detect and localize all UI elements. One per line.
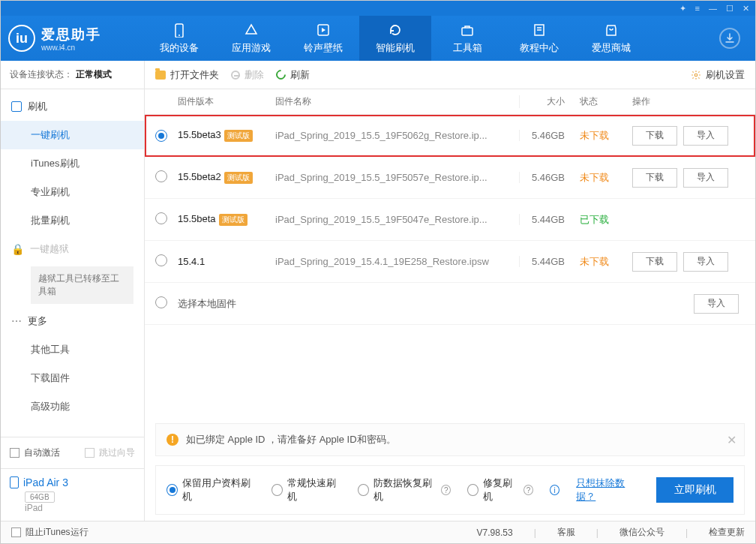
sidebar-item[interactable]: 批量刷机 [1,206,144,235]
import-button[interactable]: 导入 [683,252,728,272]
device-storage: 64GB [25,491,55,503]
sidebar-item[interactable]: 专业刷机 [1,178,144,206]
th-version: 固件版本 [178,95,275,108]
opt-anti-recovery[interactable]: 防数据恢复刷机 ? [358,476,451,503]
firmware-size: 5.46GB [520,130,580,141]
import-button[interactable]: 导入 [683,126,728,146]
settings-icon[interactable]: ✦ [680,4,686,14]
opt-normal-flash[interactable]: 常规快速刷机 [272,476,341,503]
brand-name: 爱思助手 [41,26,101,44]
alert-text: 如已绑定 Apple ID ，请准备好 Apple ID和密码。 [186,433,396,446]
delete-button[interactable]: 删除 [231,68,264,82]
menu-icon[interactable]: ≡ [695,4,700,13]
download-manager-icon[interactable] [719,28,740,49]
refresh-icon [387,22,404,38]
firmware-row[interactable]: 15.5beta3测试版iPad_Spring_2019_15.5_19F506… [145,115,755,157]
sidebar-item[interactable]: iTunes刷机 [1,149,144,178]
open-folder-button[interactable]: 打开文件夹 [155,68,219,82]
sidebar-item[interactable]: 下载固件 [1,364,144,392]
flash-settings-button[interactable]: 刷机设置 [691,68,745,82]
apps-icon [243,22,260,38]
flash-icon [11,101,22,112]
nav-refresh[interactable]: 智能刷机 [359,16,431,61]
check-update-link[interactable]: 检查更新 [709,526,745,539]
sidebar-item[interactable]: 一键刷机 [1,121,144,149]
import-button[interactable]: 导入 [683,168,728,188]
close-icon[interactable]: ✕ [742,4,749,14]
version-text: 15.5beta3 [178,129,221,140]
radio-icon [272,484,283,496]
select-local-firmware-row[interactable]: 选择本地固件 导入 [145,283,755,325]
erase-data-link[interactable]: 只想抹除数据？ [576,476,640,503]
minimize-icon[interactable]: — [709,4,717,13]
flash-options: 保留用户资料刷机 常规快速刷机 防数据恢复刷机 ? 修复刷机 ? i 只想抹除数… [155,465,745,515]
auto-activate-checkbox[interactable]: 自动激活 跳过向导 [10,446,135,459]
window-controls: ✦ ≡ — ☐ ✕ [1,1,755,16]
firmware-size: 5.44GB [520,256,580,267]
nav-apps[interactable]: 应用游戏 [215,16,287,61]
stop-itunes-checkbox[interactable]: 阻止iTunes运行 [11,526,88,539]
book-icon [531,22,548,38]
skip-guide-checkbox[interactable]: 跳过向导 [99,446,135,459]
help-icon[interactable]: ? [441,485,451,495]
device-type: iPad [25,503,135,513]
radio-icon[interactable] [155,170,167,182]
firmware-row[interactable]: 15.5beta2测试版iPad_Spring_2019_15.5_19F505… [145,157,755,199]
local-firmware-label: 选择本地固件 [178,298,236,309]
radio-icon[interactable] [155,254,167,266]
nav-phone[interactable]: 我的设备 [143,16,215,61]
logo-icon: iu [8,25,35,52]
th-name: 固件名称 [275,95,520,108]
nav-book[interactable]: 教程中心 [503,16,575,61]
alert-close-icon[interactable]: ✕ [727,433,736,447]
radio-icon[interactable] [155,130,167,142]
firmware-name: iPad_Spring_2019_15.5_19F5062g_Restore.i… [275,130,520,141]
sidebar-item[interactable]: 高级功能 [1,392,144,421]
sidebar-group-flash[interactable]: 刷机 [1,92,144,121]
firmware-status: 未下载 [580,129,632,143]
radio-icon[interactable] [155,296,167,308]
import-button[interactable]: 导入 [694,294,739,314]
sidebar-list: 刷机 一键刷机iTunes刷机专业刷机批量刷机 🔒 一键越狱 越狱工具已转移至工… [1,89,144,437]
firmware-name: iPad_Spring_2019_15.4.1_19E258_Restore.i… [275,256,520,267]
wechat-link[interactable]: 微信公众号 [620,526,664,539]
toolbox-icon [459,22,476,38]
beta-badge: 测试版 [224,172,253,184]
nav-shop[interactable]: 爱思商城 [575,16,647,61]
download-button[interactable]: 下载 [632,252,677,272]
main-content: 打开文件夹 删除 刷新 刷机设置 固件版本 固件名称 大小 状态 操作 15.5… [145,61,755,521]
radio-icon [166,484,178,496]
help-icon[interactable]: ? [524,485,533,495]
version-text: 15.5beta2 [178,171,221,182]
nav-music[interactable]: 铃声壁纸 [287,16,359,61]
refresh-button[interactable]: 刷新 [276,68,310,82]
radio-icon[interactable] [155,212,167,224]
logo: iu 爱思助手 www.i4.cn [8,25,143,52]
download-button[interactable]: 下载 [632,126,677,146]
sidebar-item[interactable]: 其他工具 [1,335,144,364]
header: iu 爱思助手 www.i4.cn 我的设备应用游戏铃声壁纸智能刷机工具箱教程中… [1,16,755,61]
phone-icon [171,22,188,38]
nav-toolbox[interactable]: 工具箱 [431,16,503,61]
sidebar-group-more[interactable]: ⋯ 更多 [1,307,144,335]
firmware-table: 15.5beta3测试版iPad_Spring_2019_15.5_19F506… [145,115,755,283]
jailbreak-note: 越狱工具已转移至工具箱 [31,266,134,304]
th-action: 操作 [632,95,745,108]
svg-point-1 [178,35,180,36]
device-name: iPad Air 3 [23,476,68,488]
lock-icon: 🔒 [11,243,24,255]
connection-status: 设备连接状态： 正常模式 [1,61,144,89]
firmware-row[interactable]: 15.5beta测试版iPad_Spring_2019_15.5_19F5047… [145,199,755,241]
firmware-row[interactable]: 15.4.1iPad_Spring_2019_15.4.1_19E258_Res… [145,241,755,283]
opt-repair-flash[interactable]: 修复刷机 ? [467,476,533,503]
info-icon: ! [166,434,178,446]
support-link[interactable]: 客服 [557,526,575,539]
maximize-icon[interactable]: ☐ [726,4,734,14]
device-info[interactable]: iPad Air 3 64GB iPad [1,468,144,521]
start-flash-button[interactable]: 立即刷机 [656,477,734,503]
apple-id-alert: ! 如已绑定 Apple ID ，请准备好 Apple ID和密码。 ✕ [155,423,745,456]
opt-keep-data[interactable]: 保留用户资料刷机 [166,476,255,503]
shop-icon [603,22,620,38]
download-button[interactable]: 下载 [632,168,677,188]
sidebar-group-jailbreak: 🔒 一键越狱 [1,235,144,263]
